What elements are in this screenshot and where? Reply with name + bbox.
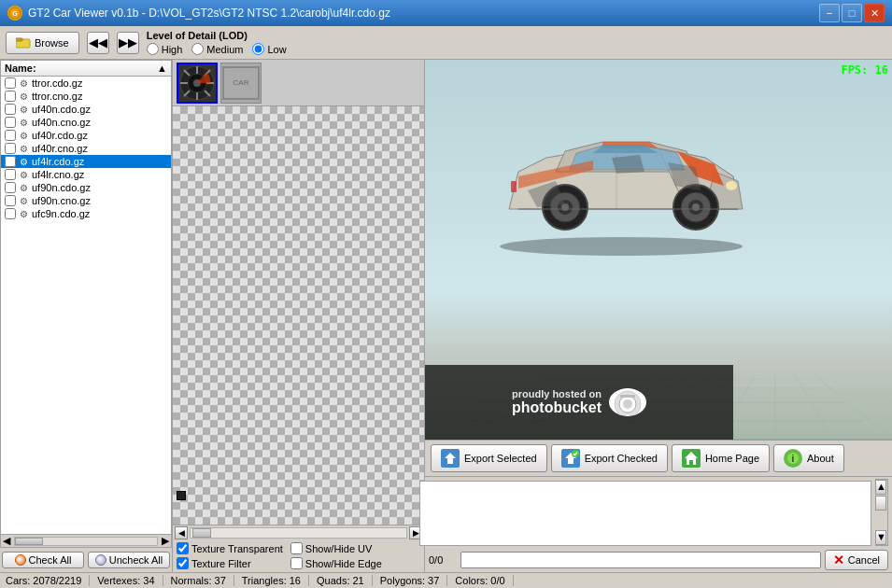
file-checkbox[interactable] — [5, 77, 16, 89]
texture-transparent-checkbox[interactable] — [177, 542, 189, 554]
file-icon: ⚙ — [20, 196, 28, 206]
lod-medium-radio[interactable] — [191, 43, 204, 55]
uncheck-circle-icon — [95, 554, 106, 566]
list-item[interactable]: ⚙ uf40r.cdo.gz — [1, 129, 171, 142]
lod-group: Level of Detail (LOD) High Medium Low — [147, 30, 287, 55]
svg-point-32 — [500, 237, 743, 256]
show-hide-uv-label: Show/Hide UV — [305, 543, 373, 554]
file-list-hscroll[interactable]: ◀ ▶ — [0, 535, 172, 548]
lod-low-radio[interactable] — [252, 43, 264, 55]
about-button[interactable]: i About — [773, 444, 844, 472]
check-row: Check All Uncheck All — [0, 548, 172, 572]
file-name: uf40n.cno.gz — [32, 117, 91, 128]
file-icon: ⚙ — [20, 131, 28, 141]
options-col-left: Texture Transparent Texture Filter — [177, 542, 283, 569]
prev-button[interactable]: ◀◀ — [87, 32, 109, 54]
file-checkbox[interactable] — [5, 104, 16, 115]
file-name: uf40n.cdo.gz — [32, 104, 91, 115]
file-icon: ⚙ — [20, 78, 28, 89]
title-bar: G GT2 Car Viewer v0.1b - D:\VOL_GT2s\GT2… — [0, 0, 892, 26]
hscroll-thumb[interactable] — [15, 538, 43, 545]
show-hide-edge-checkbox[interactable] — [290, 557, 303, 569]
maximize-button[interactable]: □ — [842, 4, 862, 22]
list-item[interactable]: ⚙ uf4lr.cno.gz — [1, 168, 171, 181]
file-checkbox[interactable] — [5, 117, 16, 128]
scroll-up-button[interactable]: ▲ — [875, 480, 886, 495]
lod-high-radio[interactable] — [147, 43, 159, 55]
scroll-left-icon[interactable]: ◀ — [1, 535, 12, 547]
list-item[interactable]: ⚙ ttror.cdo.gz — [1, 77, 171, 90]
minimize-button[interactable]: − — [819, 4, 840, 22]
status-polygons: Polygons: 37 — [373, 575, 448, 586]
status-quads: Quads: 21 — [309, 575, 373, 586]
texture-hscroll-thumb[interactable] — [192, 528, 211, 538]
texture-thumb-inactive[interactable]: CAR — [220, 63, 262, 104]
list-item[interactable]: ⚙ uf4lr.cdo.gz — [1, 155, 171, 168]
file-checkbox[interactable] — [5, 91, 16, 102]
check-all-label: Check All — [29, 554, 72, 566]
show-hide-uv-checkbox[interactable] — [290, 542, 303, 554]
list-item[interactable]: ⚙ ufc9n.cdo.gz — [1, 207, 171, 220]
status-vertexes: Vertexes: 34 — [90, 575, 163, 586]
cancel-button[interactable]: ✕ Cancel — [825, 550, 888, 570]
cancel-x-icon: ✕ — [833, 553, 844, 567]
log-panel[interactable] — [419, 481, 871, 546]
file-checkbox[interactable] — [5, 156, 16, 167]
texture-transparent-option[interactable]: Texture Transparent — [177, 542, 283, 554]
texture-preview — [173, 106, 424, 525]
checker-background — [173, 106, 424, 525]
texture-filter-checkbox[interactable] — [177, 557, 189, 569]
lod-low-option[interactable]: Low — [252, 43, 286, 55]
3d-viewport[interactable]: FPS: 16 — [425, 60, 892, 440]
lod-high-option[interactable]: High — [147, 43, 183, 55]
lod-high-label: High — [162, 44, 183, 55]
home-page-icon — [682, 449, 701, 468]
title-bar-left: G GT2 Car Viewer v0.1b - D:\VOL_GT2s\GT2… — [7, 6, 390, 21]
texture-scroll-left[interactable]: ◀ — [175, 526, 188, 539]
next-button[interactable]: ▶▶ — [117, 32, 139, 54]
texture-filter-option[interactable]: Texture Filter — [177, 557, 283, 569]
lod-medium-option[interactable]: Medium — [191, 43, 243, 55]
file-list[interactable]: ⚙ ttror.cdo.gz ⚙ ttror.cno.gz ⚙ uf40n.cd… — [0, 76, 172, 535]
uncheck-all-button[interactable]: Uncheck All — [88, 552, 170, 568]
check-circle-icon — [15, 554, 26, 566]
file-checkbox[interactable] — [5, 195, 16, 206]
list-item[interactable]: ⚙ ttror.cno.gz — [1, 90, 171, 103]
export-selected-button[interactable]: Export Selected — [431, 444, 547, 472]
status-colors: Colors: 0/0 — [447, 575, 513, 586]
car-model-svg — [472, 88, 771, 256]
show-hide-edge-option[interactable]: Show/Hide Edge — [290, 557, 382, 569]
scroll-down-button[interactable]: ▼ — [875, 530, 886, 545]
svg-text:CAR: CAR — [234, 78, 249, 87]
file-checkbox[interactable] — [5, 143, 16, 154]
watermark-line2: photobucket — [512, 399, 602, 416]
show-hide-uv-option[interactable]: Show/Hide UV — [290, 542, 382, 554]
window-controls[interactable]: − □ ✕ — [819, 4, 885, 22]
list-item[interactable]: ⚙ uf40n.cno.gz — [1, 116, 171, 129]
scroll-up-icon[interactable]: ▲ — [157, 63, 167, 74]
svg-line-25 — [795, 374, 834, 440]
left-panel: Name: ▲ ⚙ ttror.cdo.gz ⚙ ttror.cno.gz ⚙ — [0, 60, 173, 572]
file-checkbox[interactable] — [5, 182, 16, 193]
home-page-button[interactable]: Home Page — [672, 444, 770, 472]
export-checked-icon — [561, 449, 580, 468]
log-scroll-thumb[interactable] — [875, 496, 886, 511]
log-scrollbar[interactable]: ▲ ▼ — [875, 479, 888, 546]
file-checkbox[interactable] — [5, 169, 16, 180]
texture-thumb-active[interactable] — [177, 63, 218, 104]
file-checkbox[interactable] — [5, 130, 16, 141]
close-button[interactable]: ✕ — [864, 4, 885, 22]
list-item[interactable]: ⚙ uf90n.cdo.gz — [1, 181, 171, 194]
export-checked-button[interactable]: Export Checked — [551, 444, 668, 472]
file-icon: ⚙ — [20, 209, 28, 219]
check-all-button[interactable]: Check All — [2, 552, 84, 568]
file-name: uf90n.cno.gz — [32, 195, 91, 206]
list-item[interactable]: ⚙ uf40n.cdo.gz — [1, 103, 171, 116]
browse-button[interactable]: Browse — [6, 32, 79, 54]
list-item[interactable]: ⚙ uf90n.cno.gz — [1, 194, 171, 207]
fps-counter: FPS: 16 — [841, 63, 888, 77]
texture-hscroll[interactable]: ◀ ▶ — [173, 525, 424, 539]
file-checkbox[interactable] — [5, 208, 16, 219]
scroll-right-icon[interactable]: ▶ — [160, 535, 171, 547]
list-item[interactable]: ⚙ uf40r.cno.gz — [1, 142, 171, 155]
